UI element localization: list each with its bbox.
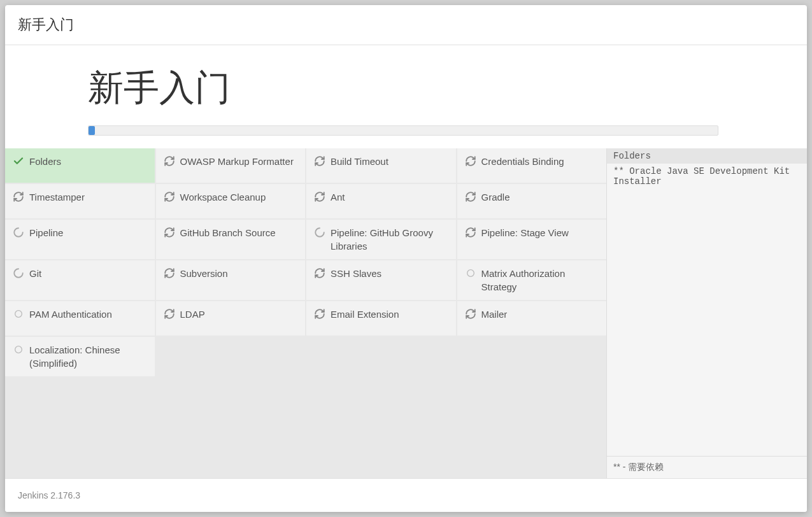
install-log-panel: Folders ** Oracle Java SE Development Ki… <box>606 148 807 478</box>
plugin-label: Folders <box>29 155 61 168</box>
plugin-label: Pipeline: GitHub Groovy Libraries <box>331 226 448 253</box>
plugin-cell: Credentials Binding <box>457 148 607 183</box>
loading-icon <box>13 267 24 279</box>
pending-icon <box>13 344 24 355</box>
modal-footer: Jenkins 2.176.3 <box>5 478 807 512</box>
install-log: Folders ** Oracle Java SE Development Ki… <box>607 148 807 456</box>
plugin-label: LDAP <box>180 308 205 321</box>
plugin-cell: PAM Authentication <box>5 301 155 336</box>
refresh-icon <box>314 308 325 320</box>
refresh-icon <box>465 191 476 202</box>
refresh-icon <box>465 227 476 238</box>
plugin-label: Matrix Authorization Strategy <box>481 267 599 294</box>
plugin-label: Ant <box>331 190 345 204</box>
plugin-label: Pipeline <box>29 226 63 239</box>
install-log-detail: ** Oracle Java SE Development Kit Instal… <box>613 166 801 187</box>
pending-icon <box>13 308 24 320</box>
plugin-cell: Matrix Authorization Strategy <box>457 260 607 300</box>
plugin-cell: Folders <box>5 148 155 183</box>
plugin-label: GitHub Branch Source <box>180 226 276 239</box>
plugin-cell: Mailer <box>457 301 607 336</box>
plugin-cell: Git <box>5 260 155 300</box>
refresh-icon <box>314 267 325 279</box>
plugin-label: OWASP Markup Formatter <box>180 155 294 168</box>
plugin-label: Email Extension <box>331 308 399 321</box>
plugin-label: Git <box>29 267 41 280</box>
install-log-current: Folders <box>607 148 807 164</box>
plugin-cell: GitHub Branch Source <box>156 220 306 259</box>
plugin-label: PAM Authentication <box>29 308 112 321</box>
title-section: 新手入门 <box>5 45 807 119</box>
plugin-label: Gradle <box>481 190 510 204</box>
plugin-label: Subversion <box>180 267 228 280</box>
refresh-icon <box>164 227 175 238</box>
plugin-label: Workspace Cleanup <box>180 190 266 204</box>
loading-icon <box>314 227 325 238</box>
progress-section <box>5 119 807 148</box>
plugin-label: Pipeline: Stage View <box>481 226 569 239</box>
plugin-cell: Pipeline: GitHub Groovy Libraries <box>306 220 456 259</box>
pending-icon <box>465 267 476 279</box>
plugin-label: Timestamper <box>29 190 85 204</box>
plugin-cell: Ant <box>306 184 456 218</box>
plugin-cell: SSH Slaves <box>306 260 456 300</box>
svg-point-2 <box>15 346 22 353</box>
plugin-label: Credentials Binding <box>481 155 564 168</box>
plugin-label: SSH Slaves <box>331 267 381 280</box>
plugin-label: Mailer <box>481 308 508 321</box>
plugin-grid: FoldersOWASP Markup FormatterBuild Timeo… <box>5 148 606 478</box>
plugin-cell: Workspace Cleanup <box>156 184 306 218</box>
check-icon <box>13 155 24 167</box>
refresh-icon <box>164 191 175 202</box>
progress-bar <box>88 125 718 136</box>
svg-point-0 <box>467 270 474 277</box>
version-label: Jenkins 2.176.3 <box>18 490 80 500</box>
refresh-icon <box>465 155 476 167</box>
svg-point-1 <box>15 311 22 318</box>
plugin-label: Build Timeout <box>331 155 388 168</box>
plugin-label: Localization: Chinese (Simplified) <box>29 343 147 370</box>
plugin-cell: Timestamper <box>5 184 155 218</box>
main-grid-area: FoldersOWASP Markup FormatterBuild Timeo… <box>5 148 807 478</box>
plugin-cell: Pipeline <box>5 220 155 259</box>
refresh-icon <box>164 308 175 320</box>
refresh-icon <box>164 155 175 167</box>
content-area: 新手入门 FoldersOWASP Markup FormatterBuild … <box>5 45 807 478</box>
refresh-icon <box>164 267 175 279</box>
plugin-cell: Build Timeout <box>306 148 456 183</box>
plugin-cell: Subversion <box>156 260 306 300</box>
plugin-cell: OWASP Markup Formatter <box>156 148 306 183</box>
progress-fill <box>89 126 95 135</box>
plugin-cell: LDAP <box>156 301 306 336</box>
loading-icon <box>13 227 24 238</box>
refresh-icon <box>314 155 325 167</box>
modal-title: 新手入门 <box>18 17 74 32</box>
page-title: 新手入门 <box>88 64 807 113</box>
plugin-cell: Pipeline: Stage View <box>457 220 607 259</box>
plugin-cell: Email Extension <box>306 301 456 336</box>
plugin-cell: Gradle <box>457 184 607 218</box>
refresh-icon <box>13 191 24 202</box>
install-log-legend: ** - 需要依赖 <box>607 456 807 478</box>
plugin-cell: Localization: Chinese (Simplified) <box>5 337 155 376</box>
modal-header: 新手入门 <box>5 5 807 45</box>
refresh-icon <box>314 191 325 202</box>
refresh-icon <box>465 308 476 320</box>
setup-wizard-modal: 新手入门 新手入门 FoldersOWASP Markup FormatterB… <box>5 5 807 512</box>
